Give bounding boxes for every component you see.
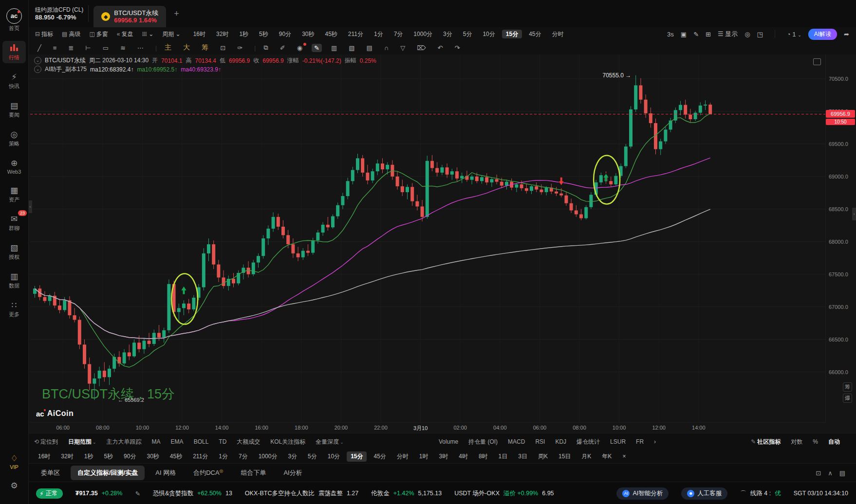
indicator-MACD[interactable]: MACD (508, 438, 525, 445)
indicator-大额成交[interactable]: 大额成交 (237, 438, 260, 446)
bottom-timeframe-3分[interactable]: 3分 (284, 451, 301, 462)
timeframe-分时[interactable]: 分时 (548, 30, 568, 38)
sidebar-item-home[interactable]: ac首页 (2, 0, 26, 34)
sidebar-item-strategy[interactable]: ◎策略 (2, 127, 26, 149)
sidebar-item-vip[interactable]: ♢VIP (2, 451, 26, 472)
draw-tool-clipboard[interactable]: ▤ (364, 44, 375, 52)
timeframe-10分[interactable]: 10分 (479, 30, 499, 38)
timeframe-30秒[interactable]: 30秒 (298, 30, 318, 38)
draw-tool-rectangle[interactable]: ▭ (100, 44, 111, 52)
sidebar-item-settings[interactable]: ⚙ (2, 479, 26, 492)
indicator-KDJ[interactable]: KDJ (555, 438, 566, 445)
status-segment[interactable]: OKX-BTC多空持仓人数比震荡盘整1.27 (245, 489, 358, 498)
timeframe-211分[interactable]: 211分 (344, 30, 367, 38)
layout-count[interactable]: ◔ 1 ⌄ (787, 31, 801, 38)
timeframe-5秒[interactable]: 5秒 (255, 30, 272, 38)
draw-tool-highlighter[interactable]: ✎ (312, 44, 322, 52)
indicator-›[interactable]: › (654, 438, 656, 445)
legend-collapse-icon[interactable]: ⌄ (34, 66, 41, 73)
timeframe-32时[interactable]: 32时 (212, 30, 232, 38)
bottom-timeframe-1秒[interactable]: 1秒 (80, 451, 97, 462)
draw-tool-pattern[interactable]: ▥ (329, 44, 339, 52)
draw-tool-delete[interactable]: ⌦ (414, 44, 428, 52)
scroll-left-handle[interactable]: ‹ (28, 200, 32, 213)
timeframe-1000分[interactable]: 1000分 (409, 30, 436, 38)
bottom-tab-自定义指标/回测/实盘[interactable]: 自定义指标/回测/实盘 (71, 466, 145, 480)
draw-tool-parallel-lines[interactable]: ≣ (66, 44, 76, 52)
bottom-timeframe-4时[interactable]: 4时 (455, 451, 472, 462)
toolbar-高级[interactable]: ▤高级 (62, 31, 80, 37)
draw-tool-measure[interactable]: ✐ (278, 44, 288, 52)
sidebar-item-more[interactable]: ∷更多 (2, 298, 26, 320)
bottom-tab-委单区[interactable]: 委单区 (34, 466, 67, 480)
draw-tool-brush[interactable]: ✑ (235, 44, 245, 52)
bottom-timeframe-1日[interactable]: 1日 (495, 451, 512, 462)
indicator-LSUR[interactable]: LSUR (610, 438, 626, 445)
timeframe-15分[interactable]: 15分 (502, 30, 522, 38)
bottom-timeframe-10分[interactable]: 10分 (324, 451, 344, 462)
draw-tool-wave-tool[interactable]: ≋ (118, 44, 128, 52)
status-segment[interactable]: 伦敦金+1.42%5,175.13 (371, 489, 442, 498)
indicator-自动[interactable]: 自动 (828, 438, 840, 446)
timeframe-7分[interactable]: 7分 (390, 30, 407, 38)
ai-analysis-button[interactable]: AI解读 (808, 29, 837, 40)
chart-type-selector[interactable]: 𝍖⌄ (142, 31, 153, 37)
bottom-timeframe-周K[interactable]: 周K (534, 451, 552, 462)
bottom-timeframe-分时[interactable]: 分时 (393, 451, 412, 462)
timeframe-16时[interactable]: 16时 (189, 30, 209, 38)
sidebar-item-flash-news[interactable]: ⚡快讯 (2, 70, 26, 92)
indicator-持仓量 (OI)[interactable]: 持仓量 (OI) (468, 438, 498, 446)
status-pill-人工客服[interactable]: ☻人工客服 (681, 487, 727, 500)
status-pill-AI智能分析[interactable]: AIAI智能分析 (616, 487, 669, 500)
add-tab-button[interactable]: + (174, 9, 179, 19)
toolbar-指标[interactable]: ⊟指标 (35, 31, 53, 37)
edit-icon[interactable]: ✎ (693, 31, 699, 38)
indicator-对数[interactable]: 对数 (791, 438, 802, 446)
legend-collapse-icon[interactable]: ⌄ (34, 57, 41, 64)
panel-layout-icon[interactable]: ▤ (839, 469, 845, 477)
bottom-tab-组合下单[interactable]: 组合下单 (234, 466, 273, 480)
timeframe-90分[interactable]: 90分 (275, 30, 295, 38)
draw-tool-horizontal-ray[interactable]: ⊢ (83, 44, 93, 52)
bottom-tab-AI 网格[interactable]: AI 网格 (149, 466, 183, 480)
timeframe-45秒[interactable]: 45秒 (321, 30, 341, 38)
sidebar-item-group-chat[interactable]: ✉群聊23 (2, 212, 26, 234)
indicator-爆仓统计[interactable]: 爆仓统计 (577, 438, 600, 446)
draw-tool-zoom-pin[interactable]: ◉ (295, 44, 305, 52)
bottom-timeframe-90分[interactable]: 90分 (120, 451, 140, 462)
share-icon[interactable]: ➦ (844, 31, 849, 38)
candlestick-plot[interactable]: 70555.0 → (30, 54, 826, 422)
indicator-FR[interactable]: FR (636, 438, 644, 445)
timeframe-5分[interactable]: 5分 (459, 30, 476, 38)
bottom-timeframe-30秒[interactable]: 30秒 (143, 451, 163, 462)
bottom-timeframe-1时[interactable]: 1时 (415, 451, 432, 462)
sidebar-item-data[interactable]: ▥数据 (2, 270, 26, 291)
draw-tool-redo[interactable]: ↷ (452, 44, 462, 52)
draw-tool-lock[interactable]: ▧ (346, 44, 357, 52)
indicator-主力大单跟踪[interactable]: 主力大单跟踪 (107, 438, 142, 446)
popout-icon[interactable] (813, 58, 821, 65)
bottom-tab-合约DCA[interactable]: 合约DCA◎ (186, 466, 230, 480)
new-window-icon[interactable]: ⊞ (706, 31, 711, 38)
status-segment[interactable]: USDT 场外-OKX溢价 +0.99%6.95 (454, 489, 554, 498)
toolbar-多窗[interactable]: ◫多窗 (89, 31, 108, 37)
draw-tool-more-tools[interactable]: ⋯ (135, 44, 146, 52)
draw-tool-magnet[interactable]: ∩ (382, 44, 391, 52)
draw-tool-filter[interactable]: ▽ (398, 44, 408, 52)
bottom-timeframe-5分[interactable]: 5分 (304, 451, 321, 462)
bottom-timeframe-45秒[interactable]: 45秒 (166, 451, 186, 462)
chip-toggle[interactable]: 筹 (843, 382, 852, 392)
price-axis[interactable]: 70500.070000.069500.069000.068500.068000… (825, 54, 856, 422)
indicator-Volume[interactable]: Volume (439, 438, 458, 445)
bottom-timeframe-3日[interactable]: 3日 (514, 451, 531, 462)
panel-popout-icon[interactable]: ⊡ (816, 469, 821, 477)
bottom-tab-AI分析[interactable]: AI分析 (277, 466, 309, 480)
indicator-KOL关注指标[interactable]: KOL关注指标 (270, 438, 305, 446)
bottom-timeframe-1分[interactable]: 1分 (215, 451, 232, 462)
indicator-日期范围[interactable]: 日期范围⌄ (68, 438, 96, 446)
fullscreen-icon[interactable]: ◳ (757, 31, 763, 38)
timeframe-1秒[interactable]: 1秒 (235, 30, 252, 38)
bottom-timeframe-15日[interactable]: 15日 (555, 451, 575, 462)
bottom-timeframe-×[interactable]: × (618, 452, 630, 461)
draw-tool-large-view[interactable]: 大 (181, 43, 192, 53)
